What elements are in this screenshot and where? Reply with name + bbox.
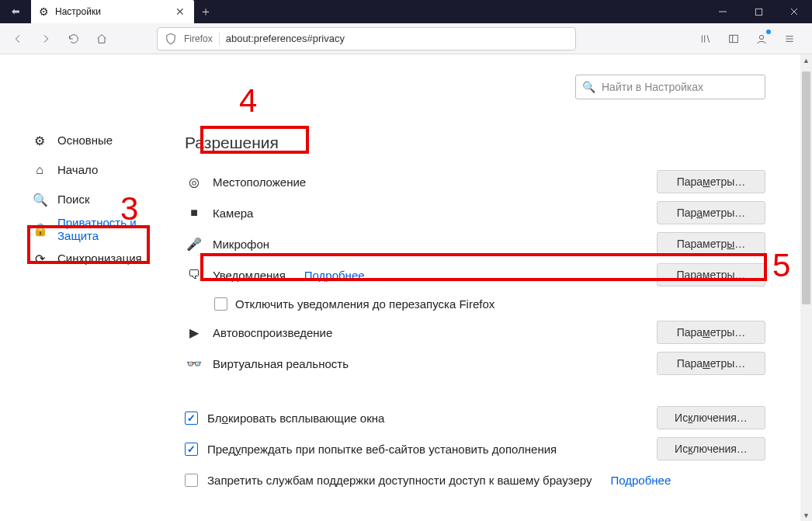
camera-icon: ■: [185, 206, 203, 220]
url-text: about:preferences#privacy: [226, 33, 345, 44]
sidebar-item-home[interactable]: ⌂ Начало: [29, 155, 179, 185]
search-icon: 🔍: [33, 193, 47, 207]
pause-notifications-row: Отключить уведомления до перезапуска Fir…: [185, 290, 765, 317]
url-bar[interactable]: Firefox about:preferences#privacy: [157, 27, 576, 50]
tab-title: Настройки: [55, 6, 166, 17]
location-icon: ◎: [185, 175, 203, 189]
perm-row-vr: 👓 Виртуальная реальность Параметры…: [185, 348, 765, 379]
content-area: ⚙ Основные ⌂ Начало 🔍 Поиск 🔒 Приватност…: [0, 54, 812, 521]
scrollbar[interactable]: ▲ ▼: [800, 54, 812, 521]
warn-addons-checkbox[interactable]: [185, 443, 198, 456]
close-icon[interactable]: ✕: [172, 5, 188, 18]
reload-button[interactable]: [62, 27, 85, 50]
main-panel: 🔍 Найти в Настройках Разрешения ◎ Местоп…: [179, 54, 812, 521]
lock-icon: 🔒: [33, 222, 47, 237]
toolbar: Firefox about:preferences#privacy: [0, 23, 812, 54]
shield-icon: [164, 32, 178, 46]
tab-settings[interactable]: ⚙ Настройки ✕: [31, 0, 194, 23]
search-input[interactable]: 🔍 Найти в Настройках: [575, 75, 765, 99]
notifications-settings-button[interactable]: Параметры…: [657, 263, 765, 287]
scrollbar-thumb[interactable]: [802, 71, 810, 304]
block-popups-checkbox[interactable]: [185, 412, 198, 425]
perm-row-notifications: 🗨 Уведомления Подробнее Параметры…: [185, 259, 765, 290]
autoplay-icon: ▶: [185, 325, 203, 340]
gear-icon: ⚙: [39, 5, 49, 18]
account-button[interactable]: [750, 27, 773, 50]
block-a11y-checkbox[interactable]: [185, 474, 198, 487]
back-button[interactable]: [6, 27, 29, 50]
autoplay-settings-button[interactable]: Параметры…: [657, 321, 765, 344]
svg-rect-4: [730, 35, 738, 42]
sidebar: ⚙ Основные ⌂ Начало 🔍 Поиск 🔒 Приватност…: [0, 54, 179, 521]
home-icon: ⌂: [33, 163, 47, 177]
sidebar-item-privacy[interactable]: 🔒 Приватность и Защита: [29, 214, 179, 244]
sidebar-button[interactable]: [722, 27, 745, 50]
perm-row-location: ◎ Местоположение Параметры…: [185, 166, 765, 197]
scroll-down-arrow[interactable]: ▼: [800, 509, 812, 521]
vr-icon: 👓: [185, 356, 203, 371]
camera-settings-button[interactable]: Параметры…: [657, 201, 765, 224]
location-settings-button[interactable]: Параметры…: [657, 170, 765, 193]
sync-icon: ⟳: [33, 252, 47, 266]
microphone-icon: 🎤: [185, 237, 203, 252]
perm-row-microphone: 🎤 Микрофон Параметры…: [185, 228, 765, 259]
sidebar-item-search[interactable]: 🔍 Поиск: [29, 185, 179, 214]
sidebar-item-general[interactable]: ⚙ Основные: [29, 126, 179, 155]
titlebar: ⚙ Настройки ✕ ＋: [0, 0, 812, 23]
addons-exceptions-button[interactable]: Исключения…: [657, 437, 765, 460]
microphone-settings-button[interactable]: Параметры…: [657, 232, 765, 255]
new-tab-button[interactable]: ＋: [194, 0, 217, 23]
block-popups-row: Блокировать всплывающие окна Исключения…: [185, 402, 765, 433]
notifications-icon: 🗨: [185, 268, 203, 282]
svg-rect-1: [755, 9, 762, 15]
svg-point-6: [759, 35, 763, 39]
close-window-button[interactable]: [776, 0, 812, 23]
firefox-menu-button[interactable]: [0, 0, 31, 23]
forward-button[interactable]: [34, 27, 57, 50]
scroll-up-arrow[interactable]: ▲: [800, 54, 812, 66]
pause-notifications-checkbox[interactable]: [214, 297, 227, 311]
minimize-button[interactable]: [705, 0, 741, 23]
sidebar-item-sync[interactable]: ⟳ Синхронизация: [29, 244, 179, 273]
gear-icon: ⚙: [33, 134, 47, 148]
library-button[interactable]: [694, 27, 717, 50]
section-title-permissions: Разрешения: [179, 130, 285, 155]
vr-settings-button[interactable]: Параметры…: [657, 352, 765, 375]
notifications-learn-more-link[interactable]: Подробнее: [304, 269, 365, 282]
perm-row-camera: ■ Камера Параметры…: [185, 197, 765, 228]
popups-exceptions-button[interactable]: Исключения…: [657, 406, 765, 429]
app-menu-button[interactable]: [778, 27, 801, 50]
identity-label: Firefox: [184, 33, 213, 44]
a11y-learn-more-link[interactable]: Подробнее: [610, 474, 671, 487]
home-button[interactable]: [90, 27, 113, 50]
search-icon: 🔍: [582, 81, 595, 93]
warn-addons-row: Предупреждать при попытке веб-сайтов уст…: [185, 433, 765, 464]
maximize-button[interactable]: [741, 0, 776, 23]
block-a11y-row: Запретить службам поддержки доступности …: [185, 464, 765, 495]
perm-row-autoplay: ▶ Автовоспроизведение Параметры…: [185, 317, 765, 348]
